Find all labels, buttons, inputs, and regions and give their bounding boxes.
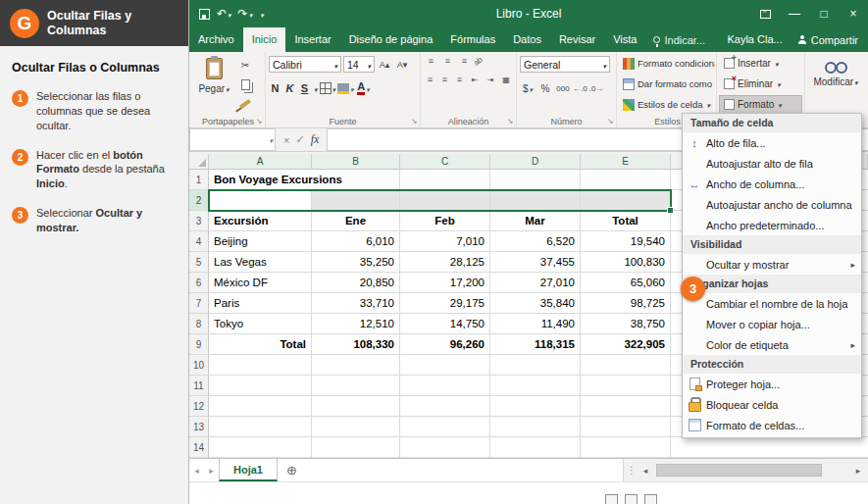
row-header-6[interactable]: 6 [189,273,209,293]
col-header-D[interactable]: D [490,154,581,170]
menu-item[interactable]: Formato de celdas... [683,415,861,435]
col-header-C[interactable]: C [400,154,490,170]
new-sheet-button[interactable]: ⊕ [286,463,297,478]
cell-B12[interactable] [312,396,400,417]
insert-function-button[interactable]: fx [311,132,320,147]
cell-A1[interactable]: Bon Voyage Excursions [209,170,400,190]
cell-C10[interactable] [400,355,490,376]
ribbon-display-options-button[interactable] [750,0,780,27]
cell-D11[interactable] [490,376,581,396]
sheet-nav-right-icon[interactable]: ▸ [204,466,219,476]
cell-E7[interactable]: 98,725 [581,293,671,314]
font-size-select[interactable]: 14 [343,56,375,73]
menu-item[interactable]: Cambiar el nombre de la hoja [683,293,861,314]
accounting-format-button[interactable]: $ [520,80,536,96]
cut-button[interactable]: ✂ [237,57,253,73]
fill-color-button[interactable] [337,80,354,96]
scrollbar-splitter[interactable]: ⋮ [627,465,637,476]
orientation-button[interactable]: ab [472,55,485,68]
view-page-layout-button[interactable] [625,494,638,504]
maximize-button[interactable]: □ [809,0,839,27]
cell-D1[interactable] [490,170,581,190]
row-header-7[interactable]: 7 [189,293,209,314]
align-center-button[interactable]: ≡ [438,75,451,84]
cell-E12[interactable] [581,396,671,417]
cell-B13[interactable] [312,417,400,437]
cell-D9[interactable]: 118,315 [490,334,581,355]
align-middle-button[interactable]: ≡ [440,56,455,66]
row-header-5[interactable]: 5 [189,252,209,273]
cell-E14[interactable] [581,437,671,458]
cell-C2[interactable] [400,190,490,211]
view-normal-button[interactable] [605,494,618,504]
cell-D4[interactable]: 6,520 [490,231,581,252]
menu-item[interactable]: Ocultar y mostrar▸ [683,254,861,275]
font-color-button[interactable]: A [356,80,372,96]
underline-button[interactable]: S [298,82,311,94]
cell-B5[interactable]: 35,250 [312,252,400,273]
cell-C3[interactable]: Feb [400,211,490,231]
scrollbar-thumb[interactable] [656,464,822,477]
cell-C11[interactable] [400,376,490,396]
cell-A4[interactable]: Beijing [209,231,312,252]
cell-E9[interactable]: 322,905 [581,334,671,355]
cell-A7[interactable]: Paris [209,293,312,314]
tab-inicio[interactable]: Inicio [243,27,286,52]
menu-item[interactable]: Autoajustar alto de fila [683,153,861,174]
cell-A14[interactable] [209,437,312,458]
cell-D12[interactable] [490,396,581,417]
horizontal-scrollbar[interactable]: ⋮ ◂ ▸ [623,459,868,481]
cell-C14[interactable] [400,437,490,458]
customize-qat-button[interactable] [259,7,264,21]
format-as-table-button[interactable]: Dar formato como tabla [620,75,715,93]
menu-item[interactable]: Ancho de columna... [683,174,861,194]
cell-D8[interactable]: 11,490 [490,314,581,334]
cell-D5[interactable]: 37,455 [490,252,581,273]
name-box[interactable] [189,128,276,151]
insert-cells-button[interactable]: Insertar [719,54,802,73]
scroll-left-icon[interactable]: ◂ [638,466,652,476]
save-button[interactable] [199,9,210,20]
cell-C4[interactable]: 7,010 [400,231,490,252]
col-header-E[interactable]: E [581,154,671,170]
cell-A6[interactable]: México DF [209,273,312,293]
row-header-13[interactable]: 13 [189,417,209,437]
tab-formulas[interactable]: Fórmulas [441,27,504,52]
cell-B11[interactable] [312,376,400,396]
menu-item[interactable]: Autoajustar ancho de columna [683,194,861,215]
decrease-indent-button[interactable]: ⇤ [468,76,482,84]
cell-D13[interactable] [490,417,581,437]
row-header-3[interactable]: 3 [189,211,209,231]
clipboard-dialog-launcher[interactable]: ↘ [254,118,264,126]
cell-B6[interactable]: 20,850 [312,273,400,293]
cell-A5[interactable]: Las Vegas [209,252,312,273]
cell-C6[interactable]: 17,200 [400,273,490,293]
row-header-9[interactable]: 9 [189,334,209,355]
delete-cells-button[interactable]: Eliminar [719,75,802,93]
cell-D7[interactable]: 35,840 [490,293,581,314]
cell-B14[interactable] [312,437,400,458]
format-cells-menu-button[interactable]: Formato [719,95,802,114]
grow-font-button[interactable]: A▴ [377,57,392,73]
cell-B4[interactable]: 6,010 [312,231,400,252]
row-header-12[interactable]: 12 [189,396,209,417]
paste-button[interactable]: Pegar [194,55,233,112]
col-header-B[interactable]: B [312,154,400,170]
cell-B9[interactable]: 108,330 [312,334,400,355]
font-name-select[interactable]: Calibri [269,56,341,73]
redo-button[interactable]: ↷ [238,7,253,21]
cell-A11[interactable] [209,376,312,396]
select-all-corner[interactable] [189,154,209,170]
cell-B2[interactable] [312,190,400,211]
menu-item[interactable]: Mover o copiar hoja... [683,314,861,334]
cell-C1[interactable] [400,170,490,190]
tab-diseno-de-pagina[interactable]: Diseño de página [340,27,442,52]
conditional-formatting-button[interactable]: Formato condicional [620,54,715,73]
merge-center-button[interactable]: ▦ [499,76,513,84]
cell-C7[interactable]: 29,175 [400,293,490,314]
cell-E1[interactable] [581,170,671,190]
cell-A10[interactable] [209,355,312,376]
cell-A2[interactable] [209,190,312,211]
tab-vista[interactable]: Vista [604,27,645,52]
align-top-button[interactable]: ≡ [424,56,438,66]
